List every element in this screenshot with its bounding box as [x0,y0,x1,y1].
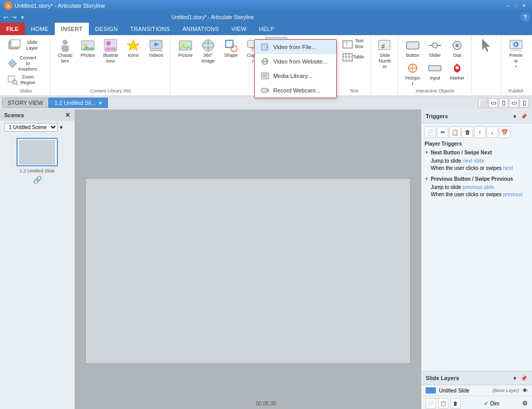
minimize-button[interactable]: — [504,2,511,9]
slide-layers-header: Slide Layers ▾ 📌 [421,371,532,385]
ribbon-item-convert-freeform[interactable]: Convert to Freeform [5,54,46,73]
svg-rect-60 [510,50,522,51]
view-ctrl-phone-land[interactable]: ▭ [509,98,519,107]
dropdown-item-record-webcam[interactable]: Record Webcam... [255,83,336,98]
ribbon-item-dial[interactable]: Dial [446,37,468,59]
ribbon-item-slide-number[interactable]: # SlideNumber [375,37,394,70]
trigger-add-btn[interactable]: 📄 [425,127,436,138]
help-button[interactable]: ? [521,12,530,22]
scenes-title: Scenes [4,112,24,118]
qat-customize-button[interactable]: ▾ [20,14,25,21]
trigger-delete-btn[interactable]: 🗑 [462,127,473,138]
layer-visibility-icon[interactable]: 👁 [522,387,528,394]
ribbon-item-icons[interactable]: Icons [122,37,144,59]
slide-layer-label: Slide Layer [22,40,42,51]
ribbon-group-interactive: Button Slider Dial [399,36,472,95]
trigger-next-chevron[interactable]: ▼ [425,150,429,155]
slide-chain-icon: 🔗 [33,176,42,184]
trigger-prev-title: Previous Button / Swipe Previous [431,176,513,182]
triggers-panel-header: Triggers ▾ 📌 [421,109,532,123]
ribbon-item-360image[interactable]: 360° Image [197,37,219,65]
tab-current-slide[interactable]: 1.2 Untitled Sli... ✕ [49,98,107,108]
ribbon-item-picture[interactable]: Picture [175,37,196,59]
scenes-scene-selector: 1 Untitled Scene ▾ [0,121,74,134]
trigger-up-btn[interactable]: ↑ [474,127,486,138]
ribbon-item-illustrations[interactable]: Illustrations [100,37,121,65]
button-icon [405,38,420,53]
layer-add-btn[interactable]: 📄 [426,398,436,408]
slider-label: Slider [429,53,441,58]
slide-layers-dock-icon[interactable]: 📌 [520,374,528,382]
close-button[interactable]: ✕ [521,2,528,9]
svg-marker-5 [8,59,17,68]
tab-view[interactable]: VIEW [225,23,253,35]
tab-home[interactable]: HOME [25,23,55,35]
app-title-small: Untitled1.story* - Articulate Storyline [171,14,254,20]
tab-story-view[interactable]: STORY VIEW [2,98,49,108]
ribbon-item-photos[interactable]: Photos [77,37,99,59]
undo-button[interactable]: ↩ [2,14,9,21]
ribbon-item-hotspot[interactable]: Hotspot [402,60,424,88]
layer-dim-check-icon[interactable]: ✔ [483,400,489,407]
ribbon-item-cursor[interactable] [476,37,497,54]
trigger-edit-btn[interactable]: ✏ [437,127,448,138]
ribbon-item-preview[interactable]: Preview ▾ [505,37,527,70]
text-box-icon: T [342,39,353,49]
ribbon-item-zoom-region[interactable]: Zoom Region [5,73,46,87]
slide-canvas-area[interactable] [75,109,421,409]
ribbon-item-marker[interactable]: Marker [446,60,468,88]
marker-icon [450,61,464,75]
ribbon-item-input[interactable]: Input [424,60,446,88]
svg-rect-4 [11,40,20,47]
ribbon-item-table[interactable]: Table [340,51,366,64]
ribbon-item-button[interactable]: Button [402,37,424,59]
dropdown-item-video-website[interactable]: Video from Website... [255,54,336,69]
triggers-dock-icon[interactable]: 📌 [520,112,528,120]
view-ctrl-desktop[interactable]: ⬜ [478,98,488,107]
tab-animations[interactable]: ANIMATIONS [176,23,225,35]
tab-help[interactable]: HELP [253,23,280,35]
layer-delete-btn[interactable]: 🗑 [450,398,461,408]
ribbon-item-shape[interactable]: Shape [220,37,242,59]
view-ctrl-laptop[interactable]: ▭ [489,98,498,107]
ribbon-item-slider[interactable]: Slider [424,37,446,59]
triggers-expand-icon[interactable]: ▾ [510,112,519,120]
trigger-prev-item: Jump to slide previous slide When the us… [431,184,529,198]
trigger-section-next: ▼ Next Button / Swipe Next Jump to slide… [425,150,529,172]
layer-gear-icon[interactable]: ⚙ [522,400,528,407]
layer-copy-btn[interactable]: 📋 [438,398,448,408]
trigger-copy-btn[interactable]: 📋 [449,127,461,138]
scenes-collapse-icon[interactable]: ✕ [65,112,70,119]
view-ctrl-tablet[interactable]: ▯ [499,98,508,107]
timeline-time-display: 00:05.00 [256,401,276,406]
slide-thumb-1[interactable] [17,138,58,166]
tab-transitions[interactable]: TRANSITIONS [124,23,176,35]
ribbon-item-slide-layer[interactable]: Slide Layer [5,37,46,54]
maximize-button[interactable]: □ [512,2,520,9]
scene-select[interactable]: 1 Untitled Scene [4,123,58,132]
dropdown-item-media-library[interactable]: Media Library... [255,69,336,83]
svg-point-26 [231,45,237,52]
svg-point-21 [181,43,184,46]
trigger-prev-chevron[interactable]: ▼ [425,177,429,181]
view-ctrl-phone-port[interactable]: ▯ [520,98,529,107]
tab-close-icon[interactable]: ✕ [98,100,102,106]
trigger-calendar-btn[interactable]: 📅 [499,127,510,138]
trigger-down-btn[interactable]: ↓ [487,127,498,138]
svg-point-14 [106,41,111,45]
svg-marker-16 [127,40,139,51]
tab-insert[interactable]: INSERT [55,23,89,35]
ribbon-item-text-box[interactable]: T Text Box [340,37,368,51]
ribbon-item-characters[interactable]: Characters [54,37,76,65]
redo-button[interactable]: ↪ [11,14,18,21]
layer-controls: 👁 [522,387,528,394]
group-label-slides: Slides [20,87,33,93]
tab-design[interactable]: DESIGN [89,23,124,35]
slide-layers-expand-icon[interactable]: ▾ [510,374,519,382]
scene-dropdown-icon[interactable]: ▾ [60,124,62,130]
button-label: Button [406,53,419,58]
tab-file[interactable]: FILE [0,23,25,35]
ribbon-item-videos-library[interactable]: Videos [145,37,167,59]
svg-rect-10 [61,45,69,52]
dropdown-item-video-file[interactable]: Video from File... [255,40,336,54]
